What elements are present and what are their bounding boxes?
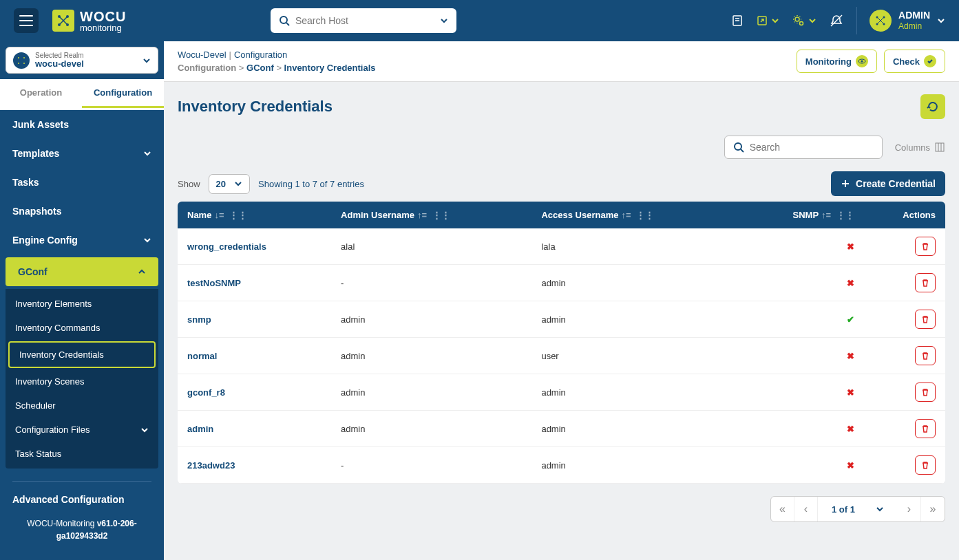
chevron-down-icon[interactable] xyxy=(440,17,448,25)
sub-conf-files[interactable]: Configuration Files xyxy=(6,418,158,442)
delete-button[interactable] xyxy=(915,383,936,402)
cell-name[interactable]: testNoSNMP xyxy=(178,265,331,301)
page-prev[interactable]: ‹ xyxy=(794,497,818,521)
nav-tasks[interactable]: Tasks xyxy=(0,168,164,197)
cell-admin: alal xyxy=(331,228,531,265)
cell-name[interactable]: admin xyxy=(178,411,331,447)
nav-gconf[interactable]: GConf xyxy=(6,257,158,286)
trash-icon xyxy=(920,314,930,324)
svg-point-13 xyxy=(18,57,19,58)
nav-snapshots[interactable]: Snapshots xyxy=(0,197,164,226)
cell-admin: admin xyxy=(331,411,531,447)
nav-templates[interactable]: Templates xyxy=(0,139,164,168)
realm-selector[interactable]: Selected Realm wocu-devel xyxy=(6,47,158,74)
nav-engine-config[interactable]: Engine Config xyxy=(0,226,164,255)
divider xyxy=(856,7,857,34)
eye-icon xyxy=(856,55,868,67)
page-first[interactable]: « xyxy=(771,497,794,521)
cell-name[interactable]: 213adwd23 xyxy=(178,447,331,484)
header: WOCU monitoring ADMIN Admin xyxy=(0,0,959,41)
col-name[interactable]: Name↓≡ ⋮⋮ xyxy=(178,202,331,228)
show-select[interactable]: 20 xyxy=(209,174,250,194)
cell-snmp: ✔ xyxy=(738,301,864,338)
sub-inv-elements[interactable]: Inventory Elements xyxy=(6,292,158,316)
cell-admin: admin xyxy=(331,374,531,411)
show-label: Show xyxy=(178,179,200,189)
sub-task-status[interactable]: Task Status xyxy=(6,442,158,466)
chevron-down-icon[interactable] xyxy=(876,505,884,513)
delete-button[interactable] xyxy=(915,346,936,365)
chevron-down-icon xyxy=(937,17,945,25)
cell-snmp: ✖ xyxy=(738,338,864,374)
create-credential-button[interactable]: Create Credential xyxy=(831,171,945,196)
gconf-submenu: Inventory Elements Inventory Commands In… xyxy=(6,289,158,469)
cell-snmp: ✖ xyxy=(738,228,864,265)
gear-icon[interactable] xyxy=(792,14,816,28)
search-host[interactable] xyxy=(271,8,456,33)
tab-operation[interactable]: Operation xyxy=(0,79,82,108)
trash-icon xyxy=(920,424,930,433)
nav-junk-assets[interactable]: Junk Assets xyxy=(0,110,164,139)
logo: WOCU monitoring xyxy=(52,10,126,32)
table-row: wrong_credentials alal lala ✖ xyxy=(178,228,945,265)
breadcrumb-top: Wocu-Devel|Configuration xyxy=(178,50,376,60)
delete-button[interactable] xyxy=(915,310,936,329)
table-row: snmp admin admin ✔ xyxy=(178,301,945,338)
sub-inv-scenes[interactable]: Inventory Scenes xyxy=(6,369,158,394)
sub-inv-commands[interactable]: Inventory Commands xyxy=(6,316,158,340)
refresh-button[interactable] xyxy=(920,94,945,119)
realm-icon xyxy=(13,52,30,69)
table-row: gconf_r8 admin admin ✖ xyxy=(178,374,945,411)
logo-main: WOCU xyxy=(80,10,126,23)
page-last[interactable]: » xyxy=(921,497,945,521)
logo-sub: monitoring xyxy=(80,23,126,32)
external-icon[interactable] xyxy=(756,14,779,27)
showing-text: Showing 1 to 7 of 7 entries xyxy=(258,179,364,189)
cell-admin: - xyxy=(331,265,531,301)
check-icon xyxy=(924,55,936,67)
cell-snmp: ✖ xyxy=(738,265,864,301)
svg-point-18 xyxy=(861,61,863,63)
tab-configuration[interactable]: Configuration xyxy=(82,79,164,108)
cell-name[interactable]: normal xyxy=(178,338,331,374)
delete-button[interactable] xyxy=(915,455,936,475)
topbar: Wocu-Devel|Configuration Configuration >… xyxy=(164,41,959,82)
avatar xyxy=(870,10,892,32)
page-next[interactable]: › xyxy=(898,497,921,521)
columns-button[interactable]: Columns xyxy=(895,142,945,153)
col-actions: Actions xyxy=(864,202,945,228)
menu-toggle[interactable] xyxy=(14,8,39,33)
docs-icon[interactable] xyxy=(731,14,744,27)
svg-rect-20 xyxy=(936,143,944,151)
sidebar-tabs: Operation Configuration xyxy=(0,79,164,110)
col-access[interactable]: Access Username↑≡ ⋮⋮ xyxy=(531,202,737,228)
table-search[interactable] xyxy=(724,136,883,159)
logo-icon xyxy=(52,10,74,32)
svg-point-15 xyxy=(18,63,19,64)
monitoring-button[interactable]: Monitoring xyxy=(797,50,877,73)
mute-icon[interactable] xyxy=(829,13,844,28)
chevron-up-icon xyxy=(138,268,146,276)
col-snmp[interactable]: SNMP↑≡ ⋮⋮ xyxy=(738,202,864,228)
sub-scheduler[interactable]: Scheduler xyxy=(6,394,158,418)
delete-button[interactable] xyxy=(915,419,936,438)
cell-name[interactable]: gconf_r8 xyxy=(178,374,331,411)
cell-name[interactable]: snmp xyxy=(178,301,331,338)
check-button[interactable]: Check xyxy=(884,50,945,73)
table-search-input[interactable] xyxy=(750,142,874,153)
chevron-down-icon xyxy=(234,180,242,188)
search-host-input[interactable] xyxy=(295,15,434,26)
trash-icon xyxy=(920,241,930,251)
cell-name[interactable]: wrong_credentials xyxy=(178,228,331,265)
columns-icon xyxy=(934,142,945,153)
cell-snmp: ✖ xyxy=(738,447,864,484)
delete-button[interactable] xyxy=(915,273,936,292)
sub-inv-credentials[interactable]: Inventory Credentials xyxy=(8,341,156,368)
col-admin[interactable]: Admin Username↑≡ ⋮⋮ xyxy=(331,202,531,228)
delete-button[interactable] xyxy=(915,237,936,256)
nav-advanced[interactable]: Advanced Configuration xyxy=(0,482,164,517)
header-icons: ADMIN Admin xyxy=(731,7,945,34)
user-menu[interactable]: ADMIN Admin xyxy=(870,10,945,32)
trash-icon xyxy=(920,278,930,288)
cell-access: admin xyxy=(531,301,737,338)
